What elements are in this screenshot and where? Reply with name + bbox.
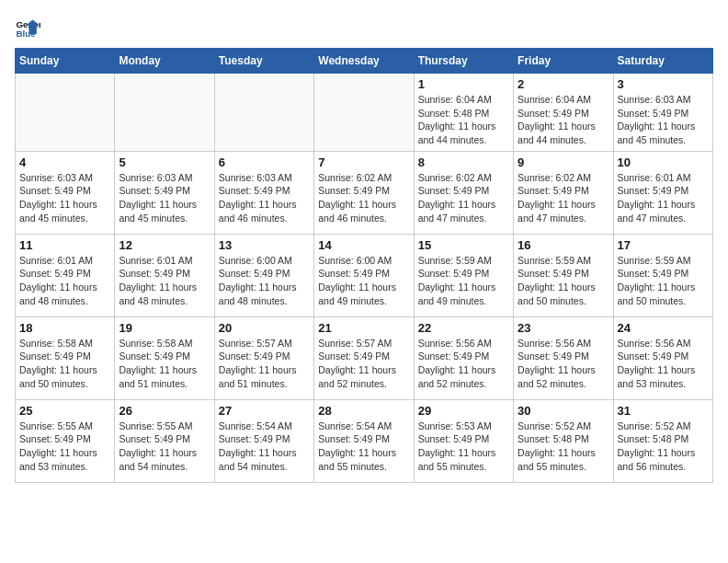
day-detail: Sunrise: 5:54 AM Sunset: 5:49 PM Dayligh… — [318, 419, 409, 474]
day-detail: Sunrise: 6:01 AM Sunset: 5:49 PM Dayligh… — [618, 171, 709, 225]
calendar-cell: 31Sunrise: 5:52 AM Sunset: 5:48 PM Dayli… — [613, 399, 712, 482]
calendar-cell: 22Sunrise: 5:56 AM Sunset: 5:49 PM Dayli… — [414, 316, 513, 399]
logo-icon: General Blue — [15, 15, 40, 40]
calendar-cell: 17Sunrise: 5:59 AM Sunset: 5:49 PM Dayli… — [613, 234, 712, 316]
calendar-cell — [314, 74, 414, 152]
day-number: 17 — [618, 238, 709, 252]
day-number: 11 — [19, 238, 110, 252]
day-header-saturday: Saturday — [613, 49, 712, 74]
day-detail: Sunrise: 6:01 AM Sunset: 5:49 PM Dayligh… — [119, 254, 210, 308]
day-number: 12 — [119, 238, 210, 252]
day-detail: Sunrise: 6:03 AM Sunset: 5:49 PM Dayligh… — [219, 171, 310, 225]
calendar-week-1: 1Sunrise: 6:04 AM Sunset: 5:48 PM Daylig… — [16, 74, 713, 152]
day-detail: Sunrise: 5:59 AM Sunset: 5:49 PM Dayligh… — [618, 254, 709, 308]
calendar-table: SundayMondayTuesdayWednesdayThursdayFrid… — [15, 48, 713, 483]
day-number: 4 — [19, 155, 110, 169]
day-header-thursday: Thursday — [414, 49, 513, 74]
day-detail: Sunrise: 5:59 AM Sunset: 5:49 PM Dayligh… — [418, 254, 509, 308]
day-number: 6 — [219, 155, 310, 169]
calendar-cell: 10Sunrise: 6:01 AM Sunset: 5:49 PM Dayli… — [613, 151, 712, 234]
calendar-cell: 8Sunrise: 6:02 AM Sunset: 5:49 PM Daylig… — [414, 151, 513, 234]
calendar-cell: 3Sunrise: 6:03 AM Sunset: 5:49 PM Daylig… — [613, 74, 712, 152]
calendar-cell: 9Sunrise: 6:02 AM Sunset: 5:49 PM Daylig… — [514, 151, 613, 234]
calendar-cell: 21Sunrise: 5:57 AM Sunset: 5:49 PM Dayli… — [314, 316, 414, 399]
day-number: 2 — [518, 77, 609, 91]
day-number: 19 — [119, 321, 210, 335]
calendar-cell: 28Sunrise: 5:54 AM Sunset: 5:49 PM Dayli… — [314, 399, 414, 482]
calendar-week-4: 18Sunrise: 5:58 AM Sunset: 5:49 PM Dayli… — [16, 316, 713, 399]
calendar-cell: 29Sunrise: 5:53 AM Sunset: 5:49 PM Dayli… — [414, 399, 513, 482]
day-number: 28 — [318, 404, 409, 418]
day-detail: Sunrise: 5:52 AM Sunset: 5:48 PM Dayligh… — [518, 419, 609, 474]
day-detail: Sunrise: 6:01 AM Sunset: 5:49 PM Dayligh… — [19, 254, 110, 308]
day-number: 20 — [219, 321, 310, 335]
calendar-cell: 7Sunrise: 6:02 AM Sunset: 5:49 PM Daylig… — [314, 151, 414, 234]
day-detail: Sunrise: 5:58 AM Sunset: 5:49 PM Dayligh… — [119, 337, 210, 391]
day-number: 13 — [219, 238, 310, 252]
day-detail: Sunrise: 6:03 AM Sunset: 5:49 PM Dayligh… — [19, 171, 110, 225]
day-header-wednesday: Wednesday — [314, 49, 414, 74]
day-detail: Sunrise: 5:56 AM Sunset: 5:49 PM Dayligh… — [418, 337, 509, 391]
day-detail: Sunrise: 6:04 AM Sunset: 5:49 PM Dayligh… — [518, 93, 609, 147]
day-detail: Sunrise: 5:52 AM Sunset: 5:48 PM Dayligh… — [618, 419, 709, 474]
day-header-monday: Monday — [115, 49, 214, 74]
day-number: 5 — [119, 155, 210, 169]
day-number: 30 — [518, 404, 609, 418]
day-number: 22 — [418, 321, 509, 335]
calendar-week-2: 4Sunrise: 6:03 AM Sunset: 5:49 PM Daylig… — [16, 151, 713, 234]
calendar-week-5: 25Sunrise: 5:55 AM Sunset: 5:49 PM Dayli… — [16, 399, 713, 482]
day-number: 8 — [418, 155, 509, 169]
day-detail: Sunrise: 5:53 AM Sunset: 5:49 PM Dayligh… — [418, 419, 509, 474]
day-detail: Sunrise: 5:56 AM Sunset: 5:49 PM Dayligh… — [518, 337, 609, 391]
calendar-cell: 16Sunrise: 5:59 AM Sunset: 5:49 PM Dayli… — [514, 234, 613, 316]
day-detail: Sunrise: 6:00 AM Sunset: 5:49 PM Dayligh… — [219, 254, 310, 308]
calendar-cell — [115, 74, 214, 152]
day-number: 16 — [518, 238, 609, 252]
day-detail: Sunrise: 5:59 AM Sunset: 5:49 PM Dayligh… — [518, 254, 609, 308]
day-header-sunday: Sunday — [16, 49, 115, 74]
day-number: 24 — [618, 321, 709, 335]
day-detail: Sunrise: 6:03 AM Sunset: 5:49 PM Dayligh… — [119, 171, 210, 225]
day-detail: Sunrise: 5:55 AM Sunset: 5:49 PM Dayligh… — [119, 419, 210, 474]
day-number: 18 — [19, 321, 110, 335]
day-number: 7 — [318, 155, 409, 169]
page-header: General Blue — [15, 15, 713, 40]
day-number: 15 — [418, 238, 509, 252]
day-number: 14 — [318, 238, 409, 252]
calendar-week-3: 11Sunrise: 6:01 AM Sunset: 5:49 PM Dayli… — [16, 234, 713, 316]
calendar-cell: 1Sunrise: 6:04 AM Sunset: 5:48 PM Daylig… — [414, 74, 513, 152]
calendar-cell: 24Sunrise: 5:56 AM Sunset: 5:49 PM Dayli… — [613, 316, 712, 399]
day-detail: Sunrise: 5:54 AM Sunset: 5:49 PM Dayligh… — [219, 419, 310, 474]
day-number: 25 — [19, 404, 110, 418]
calendar-cell: 5Sunrise: 6:03 AM Sunset: 5:49 PM Daylig… — [115, 151, 214, 234]
calendar-cell: 4Sunrise: 6:03 AM Sunset: 5:49 PM Daylig… — [16, 151, 115, 234]
day-header-friday: Friday — [514, 49, 613, 74]
day-number: 10 — [618, 155, 709, 169]
logo: General Blue — [15, 15, 44, 40]
calendar-cell: 12Sunrise: 6:01 AM Sunset: 5:49 PM Dayli… — [115, 234, 214, 316]
calendar-header-row: SundayMondayTuesdayWednesdayThursdayFrid… — [16, 49, 713, 74]
calendar-cell: 20Sunrise: 5:57 AM Sunset: 5:49 PM Dayli… — [214, 316, 313, 399]
calendar-cell: 13Sunrise: 6:00 AM Sunset: 5:49 PM Dayli… — [214, 234, 313, 316]
calendar-cell: 30Sunrise: 5:52 AM Sunset: 5:48 PM Dayli… — [514, 399, 613, 482]
day-number: 29 — [418, 404, 509, 418]
calendar-cell: 6Sunrise: 6:03 AM Sunset: 5:49 PM Daylig… — [214, 151, 313, 234]
calendar-cell: 27Sunrise: 5:54 AM Sunset: 5:49 PM Dayli… — [214, 399, 313, 482]
calendar-cell: 11Sunrise: 6:01 AM Sunset: 5:49 PM Dayli… — [16, 234, 115, 316]
day-detail: Sunrise: 6:04 AM Sunset: 5:48 PM Dayligh… — [418, 93, 509, 147]
day-detail: Sunrise: 5:55 AM Sunset: 5:49 PM Dayligh… — [19, 419, 110, 474]
calendar-cell: 26Sunrise: 5:55 AM Sunset: 5:49 PM Dayli… — [115, 399, 214, 482]
calendar-cell — [16, 74, 115, 152]
day-detail: Sunrise: 5:58 AM Sunset: 5:49 PM Dayligh… — [19, 337, 110, 391]
day-number: 23 — [518, 321, 609, 335]
calendar-cell: 15Sunrise: 5:59 AM Sunset: 5:49 PM Dayli… — [414, 234, 513, 316]
calendar-cell: 23Sunrise: 5:56 AM Sunset: 5:49 PM Dayli… — [514, 316, 613, 399]
day-detail: Sunrise: 6:02 AM Sunset: 5:49 PM Dayligh… — [518, 171, 609, 225]
day-detail: Sunrise: 5:57 AM Sunset: 5:49 PM Dayligh… — [219, 337, 310, 391]
day-detail: Sunrise: 5:57 AM Sunset: 5:49 PM Dayligh… — [318, 337, 409, 391]
calendar-cell: 18Sunrise: 5:58 AM Sunset: 5:49 PM Dayli… — [16, 316, 115, 399]
day-detail: Sunrise: 6:00 AM Sunset: 5:49 PM Dayligh… — [318, 254, 409, 308]
day-detail: Sunrise: 5:56 AM Sunset: 5:49 PM Dayligh… — [618, 337, 709, 391]
day-detail: Sunrise: 6:03 AM Sunset: 5:49 PM Dayligh… — [618, 93, 709, 147]
day-number: 3 — [618, 77, 709, 91]
